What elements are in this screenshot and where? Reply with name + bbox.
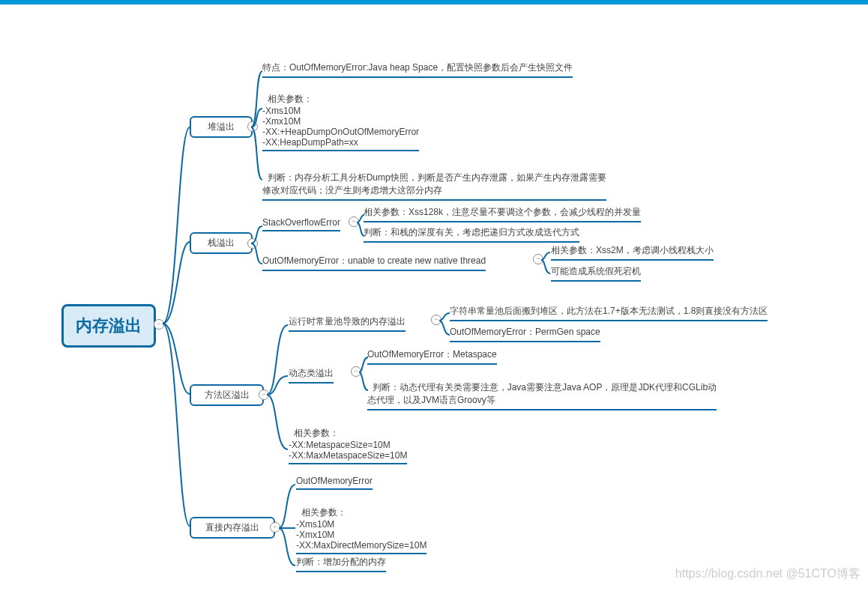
- branch-method-label: 方法区溢出: [205, 390, 250, 400]
- direct-judge: 判断：增加分配的内存: [296, 556, 386, 572]
- method-dynclass-toggle[interactable]: −: [351, 366, 361, 377]
- heap-feature: 特点：OutOfMemoryError:Java heap Space，配置快照…: [262, 61, 573, 78]
- stack-sof-params: 相关参数：Xss128k，注意尽量不要调这个参数，会减少线程的并发量: [364, 206, 641, 222]
- direct-toggle[interactable]: −: [270, 522, 280, 533]
- stack-oom-toggle[interactable]: −: [533, 254, 543, 264]
- mindmap-canvas: { "root": "内存溢出", "branches": { "heap": …: [0, 0, 868, 591]
- watermark: https://blog.csdn.net @51CTO博客: [675, 566, 861, 582]
- branch-stack[interactable]: 栈溢出: [190, 232, 253, 254]
- root-label: 内存溢出: [76, 315, 142, 337]
- method-toggle[interactable]: −: [259, 390, 269, 400]
- method-dynclass-err: OutOfMemoryError：Metaspace: [367, 348, 497, 365]
- stack-toggle[interactable]: −: [247, 238, 258, 249]
- branch-heap-label: 堆溢出: [208, 121, 235, 132]
- root-node[interactable]: 内存溢出: [61, 304, 156, 348]
- stack-oom[interactable]: OutOfMemoryError：unable to create new na…: [262, 255, 486, 271]
- stack-sof-judge: 判断：和栈的深度有关，考虑把递归方式改成迭代方式: [364, 226, 579, 243]
- stack-sof[interactable]: StackOverflowError: [262, 217, 340, 231]
- method-params: 相关参数： -XX:MetaspaceSize=10M -XX:MaxMetas…: [289, 416, 407, 464]
- direct-err: OutOfMemoryError: [296, 476, 373, 490]
- direct-params: 相关参数： -Xms10M -Xmx10M -XX:MaxDirectMemor…: [296, 496, 427, 554]
- stack-oom-params: 相关参数：Xss2M，考虑调小线程栈大小: [551, 244, 714, 261]
- branch-direct-label: 直接内存溢出: [205, 522, 259, 533]
- branch-method[interactable]: 方法区溢出: [190, 384, 264, 406]
- branch-stack-label: 栈溢出: [208, 237, 235, 248]
- heap-judge: 判断：内存分析工具分析Dump快照，判断是否产生内存泄露，如果产生内存泄露需要 …: [262, 161, 606, 201]
- root-toggle[interactable]: −: [154, 319, 164, 330]
- heap-toggle[interactable]: −: [247, 121, 258, 132]
- method-constpool-err: OutOfMemoryError：PermGen space: [450, 326, 600, 342]
- branch-direct[interactable]: 直接内存溢出: [190, 517, 275, 539]
- branch-heap[interactable]: 堆溢出: [190, 116, 253, 138]
- method-constpool-toggle[interactable]: −: [431, 315, 441, 325]
- method-constpool[interactable]: 运行时常量池导致的内存溢出: [289, 315, 406, 332]
- stack-sof-toggle[interactable]: −: [349, 216, 359, 227]
- heap-params: 相关参数： -Xms10M -Xmx10M -XX:+HeapDumpOnOut…: [262, 82, 419, 151]
- method-dynclass-judge: 判断：动态代理有关类需要注意，Java需要注意Java AOP，原理是JDK代理…: [367, 371, 717, 410]
- method-dynclass[interactable]: 动态类溢出: [289, 367, 334, 384]
- method-constpool-note: 字符串常量池后面搬到堆区，此方法在1.7+版本无法测试，1.8则直接没有方法区: [450, 305, 768, 321]
- stack-oom-effect: 可能造成系统假死宕机: [551, 265, 641, 282]
